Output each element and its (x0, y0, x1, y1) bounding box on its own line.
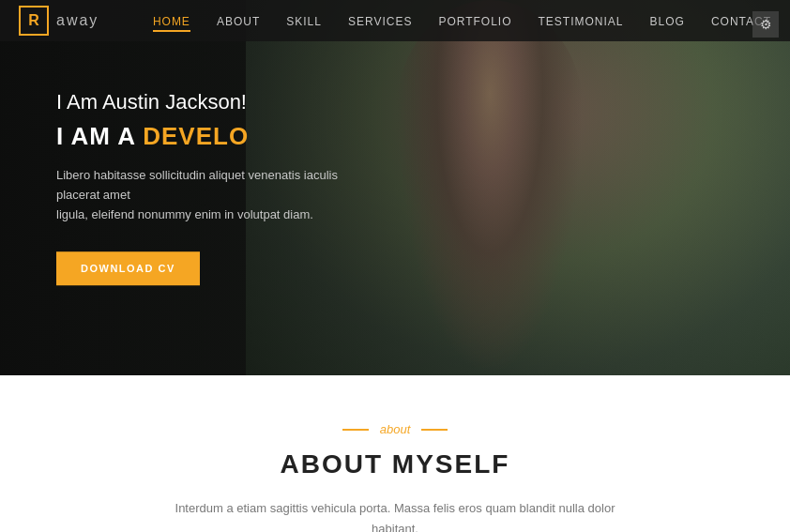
nav-item-blog[interactable]: BLOG (650, 12, 685, 29)
nav-item-services[interactable]: SERVICES (348, 12, 412, 29)
nav-link-about[interactable]: ABOUT (217, 15, 260, 28)
nav-item-portfolio[interactable]: PORTFOLIO (438, 12, 511, 29)
nav-item-about[interactable]: ABOUT (217, 12, 260, 29)
nav-link-blog[interactable]: BLOG (650, 15, 685, 28)
section-tag: about (19, 422, 771, 436)
hero-greeting: I Am Austin Jackson! (56, 90, 357, 114)
tag-line-right (421, 429, 448, 431)
navbar: R away HOME ABOUT SKILL SERVICES PORTFOL… (0, 0, 790, 41)
nav-link-skill[interactable]: SKILL (286, 15, 322, 28)
gear-icon: ⚙ (760, 17, 772, 32)
nav-link-testimonial[interactable]: TESTIMONIAL (539, 15, 624, 28)
logo-icon: R (19, 6, 49, 36)
nav-link-home[interactable]: HOME (153, 15, 190, 32)
about-title: ABOUT MYSELF (19, 449, 771, 479)
brand-name: away (56, 12, 99, 29)
about-description: Interdum a etiam sagittis vehicula porta… (160, 498, 630, 532)
download-cv-button[interactable]: DOWNLOAD CV (56, 251, 200, 285)
nav-link-portfolio[interactable]: PORTFOLIO (438, 15, 511, 28)
settings-button[interactable]: ⚙ (752, 11, 779, 38)
about-tag-label: about (380, 422, 411, 436)
hero-section: R away HOME ABOUT SKILL SERVICES PORTFOL… (0, 0, 790, 375)
tag-line-left (342, 429, 369, 431)
hero-title-prefix: I AM A (56, 122, 135, 150)
nav-links: HOME ABOUT SKILL SERVICES PORTFOLIO TEST… (153, 12, 771, 29)
nav-item-home[interactable]: HOME (153, 12, 190, 29)
hero-title: I AM A DEVELO (56, 122, 357, 151)
nav-link-services[interactable]: SERVICES (348, 15, 412, 28)
hero-description: Libero habitasse sollicitudin aliquet ve… (56, 166, 357, 224)
about-section: about ABOUT MYSELF Interdum a etiam sagi… (0, 375, 790, 532)
logo[interactable]: R away (19, 6, 99, 36)
nav-item-skill[interactable]: SKILL (286, 12, 322, 29)
hero-title-highlight: DEVELO (143, 122, 249, 150)
nav-item-testimonial[interactable]: TESTIMONIAL (539, 12, 624, 29)
hero-content: I Am Austin Jackson! I AM A DEVELO Liber… (56, 90, 357, 285)
